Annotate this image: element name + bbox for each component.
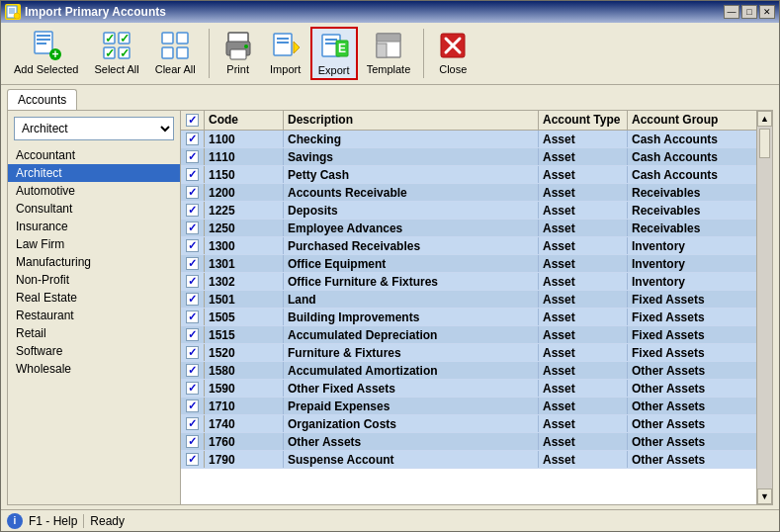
scroll-down-arrow[interactable]: ▼ <box>757 488 772 504</box>
row-account-group: Other Assets <box>628 433 756 450</box>
row-checkbox[interactable] <box>186 257 199 270</box>
company-list: AccountantArchitectAutomotiveConsultantI… <box>8 146 180 504</box>
row-account-group: Other Assets <box>628 362 756 379</box>
row-description: Purchased Receivables <box>284 237 539 254</box>
clear-all-button[interactable]: Clear All <box>148 27 203 78</box>
svg-text:✓: ✓ <box>120 32 130 45</box>
close-button[interactable]: ✕ <box>759 5 775 19</box>
add-selected-button[interactable]: + Add Selected <box>7 27 85 78</box>
company-item[interactable]: Retail <box>8 324 180 342</box>
row-checkbox[interactable] <box>186 328 199 341</box>
import-label: Import <box>270 63 301 75</box>
row-account-type: Asset <box>539 451 628 468</box>
company-item[interactable]: Software <box>8 342 180 360</box>
template-icon <box>373 30 404 61</box>
row-account-type: Asset <box>539 398 628 414</box>
company-item[interactable]: Consultant <box>8 200 180 218</box>
row-account-group: Fixed Assets <box>628 309 756 325</box>
svg-text:+: + <box>51 47 58 61</box>
svg-text:✓: ✓ <box>105 46 115 60</box>
row-description: Land <box>284 291 539 308</box>
company-item[interactable]: Restaurant <box>8 307 180 324</box>
row-checkbox[interactable] <box>186 168 199 181</box>
row-check-col <box>181 451 205 468</box>
row-checkbox[interactable] <box>186 346 199 359</box>
clear-all-icon <box>159 30 191 61</box>
row-account-type: Asset <box>539 202 628 219</box>
row-checkbox[interactable] <box>186 364 199 377</box>
table-body: 1100 Checking Asset Cash Accounts 1110 S… <box>181 131 756 504</box>
table-row: 1100 Checking Asset Cash Accounts <box>181 131 756 148</box>
row-checkbox[interactable] <box>186 417 199 430</box>
row-checkbox[interactable] <box>186 150 199 163</box>
scroll-up-arrow[interactable]: ▲ <box>757 111 772 127</box>
company-item[interactable]: Accountant <box>8 146 180 164</box>
row-check-col <box>181 291 205 308</box>
row-checkbox[interactable] <box>186 222 199 234</box>
row-checkbox[interactable] <box>186 435 199 448</box>
company-item[interactable]: Architect <box>8 164 180 182</box>
row-code: 1740 <box>205 415 284 432</box>
row-checkbox[interactable] <box>186 453 199 466</box>
maximize-button[interactable]: □ <box>741 5 757 19</box>
row-checkbox[interactable] <box>186 204 199 217</box>
close-label: Close <box>439 63 467 75</box>
row-checkbox[interactable] <box>186 133 199 145</box>
close-toolbar-button[interactable]: Close <box>430 27 476 78</box>
company-item[interactable]: Insurance <box>8 218 180 235</box>
company-item[interactable]: Manufacturing <box>8 253 180 271</box>
company-item[interactable]: Law Firm <box>8 235 180 253</box>
row-code: 1250 <box>205 220 284 236</box>
row-check-col <box>181 398 205 414</box>
row-account-type: Asset <box>539 184 628 201</box>
row-code: 1225 <box>205 202 284 219</box>
template-button[interactable]: Template <box>360 27 418 78</box>
svg-rect-29 <box>277 42 289 44</box>
row-checkbox[interactable] <box>186 399 199 412</box>
row-check-col <box>181 362 205 379</box>
row-checkbox[interactable] <box>186 275 199 288</box>
print-button[interactable]: Print <box>216 27 261 78</box>
table-row: 1250 Employee Advances Asset Receivables <box>181 220 756 237</box>
row-checkbox[interactable] <box>186 382 199 395</box>
row-description: Other Fixed Assets <box>284 380 539 397</box>
company-item[interactable]: Real Estate <box>8 289 180 307</box>
minimize-button[interactable]: — <box>724 5 739 19</box>
row-checkbox[interactable] <box>186 310 199 323</box>
row-code: 1590 <box>205 380 284 397</box>
row-code: 1150 <box>205 166 284 183</box>
left-panel: Select a Company TypeAccountantArchitect… <box>8 111 181 504</box>
row-checkbox[interactable] <box>186 239 199 252</box>
company-type-dropdown[interactable]: Select a Company TypeAccountantArchitect… <box>14 117 174 140</box>
row-code: 1515 <box>205 326 284 343</box>
table-row: 1501 Land Asset Fixed Assets <box>181 291 756 309</box>
scroll-track[interactable] <box>757 127 772 488</box>
company-item[interactable]: Wholesale <box>8 360 180 378</box>
row-check-col <box>181 380 205 397</box>
template-label: Template <box>367 63 411 75</box>
row-account-type: Asset <box>539 166 628 183</box>
company-item[interactable]: Automotive <box>8 182 180 200</box>
select-all-button[interactable]: ✓ ✓ ✓ ✓ Select All <box>87 27 145 78</box>
import-button[interactable]: Import <box>263 27 308 78</box>
scroll-thumb[interactable] <box>759 129 770 158</box>
company-item[interactable]: Non-Profit <box>8 271 180 289</box>
row-code: 1110 <box>205 148 284 165</box>
svg-point-26 <box>244 44 248 48</box>
table-row: 1520 Furniture & Fixtures Asset Fixed As… <box>181 344 756 362</box>
row-checkbox[interactable] <box>186 186 199 199</box>
row-account-group: Cash Accounts <box>628 148 756 165</box>
row-account-group: Fixed Assets <box>628 344 756 361</box>
row-account-group: Other Assets <box>628 380 756 397</box>
svg-rect-21 <box>162 47 173 58</box>
export-button[interactable]: E Export <box>310 27 358 80</box>
scrollbar[interactable]: ▲ ▼ <box>756 111 772 504</box>
header-checkbox[interactable] <box>186 114 199 127</box>
status-bar: i F1 - Help Ready <box>1 509 779 531</box>
row-check-col <box>181 202 205 219</box>
tab-accounts[interactable]: Accounts <box>7 89 77 110</box>
table-row: 1200 Accounts Receivable Asset Receivabl… <box>181 184 756 202</box>
table-area: Code Description Account Type Account Gr… <box>181 111 756 504</box>
row-check-col <box>181 148 205 165</box>
row-checkbox[interactable] <box>186 293 199 306</box>
